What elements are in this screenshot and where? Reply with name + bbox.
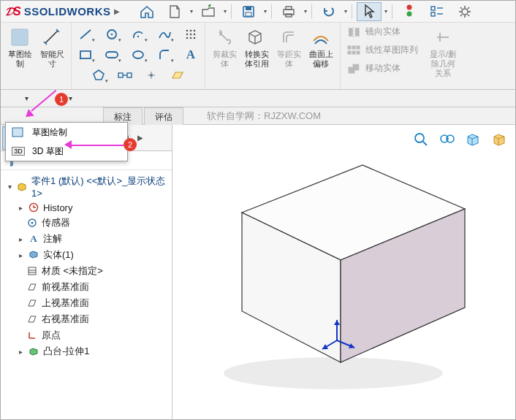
title-bar: 𝓓S SSOLIDWORKS ▶ ▾ ▾ ▾ ▾ ▾ ▾ xyxy=(1,1,515,23)
centerline-tool[interactable] xyxy=(114,66,136,84)
extrude-icon xyxy=(27,345,40,357)
svg-point-36 xyxy=(80,58,81,59)
undo-button[interactable] xyxy=(316,2,341,21)
mirror-label: 镜向实体 xyxy=(365,26,401,38)
polygon-tool[interactable]: ▾ xyxy=(88,66,110,84)
svg-line-17 xyxy=(460,7,462,9)
svg-rect-8 xyxy=(431,7,435,10)
select-tool-button[interactable] xyxy=(357,2,382,21)
svg-point-30 xyxy=(190,34,192,36)
spline-tool[interactable]: ▾ xyxy=(153,26,175,43)
svg-rect-21 xyxy=(12,29,28,45)
svg-point-12 xyxy=(462,9,468,15)
tree-top-plane-label: 上视基准面 xyxy=(42,297,89,310)
tree-material[interactable]: 材质 <未指定> xyxy=(7,263,169,279)
svg-marker-39 xyxy=(94,70,104,80)
open-button[interactable] xyxy=(196,2,221,21)
svg-point-26 xyxy=(186,30,189,32)
mirror-entities-button[interactable]: 镜向实体 xyxy=(346,26,418,38)
tree-origin[interactable]: 原点 xyxy=(7,327,169,343)
options-list-button[interactable] xyxy=(425,2,449,21)
svg-rect-48 xyxy=(352,46,355,49)
tree-annotations[interactable]: ▸ A 注解 xyxy=(7,231,169,247)
linear-pattern-button[interactable]: 线性草图阵列 xyxy=(346,44,418,56)
sketch-primitives-group: ▾ ▾ ▾ ▾ ▾ ▾ ▾ ▾ A ▾ xyxy=(72,23,205,89)
tree-root[interactable]: ▾ 零件1 (默认) <<默认>_显示状态 1> xyxy=(7,173,169,200)
slot-tool[interactable]: ▾ xyxy=(101,46,123,64)
plane-tool[interactable] xyxy=(167,66,189,84)
text-tool[interactable]: A xyxy=(180,46,202,64)
ellipse-tool[interactable]: ▾ xyxy=(127,46,149,64)
new-doc-button[interactable] xyxy=(162,2,187,21)
svg-rect-2 xyxy=(246,12,251,16)
tree-boss-extrude-label: 凸台-拉伸1 xyxy=(43,345,90,358)
tree-history-label: History xyxy=(43,202,72,213)
offset-label: 等距实 体 xyxy=(277,50,301,69)
graphics-area[interactable] xyxy=(172,125,515,419)
point-tool[interactable] xyxy=(140,66,162,84)
sketch-label: 草图绘 制 xyxy=(8,50,32,69)
line-tool[interactable]: ▾ xyxy=(75,26,96,43)
tree-sensors-label: 传感器 xyxy=(42,216,70,229)
plane-icon xyxy=(26,297,39,309)
tree-top-plane[interactable]: 上视基准面 xyxy=(7,295,169,311)
tree-history[interactable]: ▸ History xyxy=(7,200,169,215)
tree-root-label: 零件1 (默认) <<默认>_显示状态 1> xyxy=(31,175,169,199)
tab-evaluate[interactable]: 评估 xyxy=(144,107,183,125)
tree-annotations-label: 注解 xyxy=(43,232,62,245)
move-entities-button[interactable]: 移动实体 xyxy=(346,62,418,75)
smart-dimension-button[interactable]: 智能尺 寸 xyxy=(36,25,68,70)
svg-rect-40 xyxy=(118,73,123,77)
circle-tool[interactable]: ▾ xyxy=(101,26,123,43)
tree-material-label: 材质 <未指定> xyxy=(42,264,103,278)
plane-icon xyxy=(26,281,39,293)
tree-solid-bodies[interactable]: ▸ 实体(1) xyxy=(7,247,169,263)
point-grid-tool[interactable] xyxy=(180,26,202,43)
model-block-svg xyxy=(172,125,516,417)
svg-point-32 xyxy=(186,37,189,39)
svg-line-20 xyxy=(468,7,469,9)
svg-rect-49 xyxy=(357,46,360,49)
svg-point-28 xyxy=(194,30,196,32)
svg-line-19 xyxy=(460,15,462,16)
popup-item-3d-label: 3D 草图 xyxy=(32,145,64,158)
save-button[interactable] xyxy=(236,2,261,21)
rectangle-tool[interactable]: ▾ xyxy=(75,46,96,64)
tree-boss-extrude[interactable]: ▸ 凸台-拉伸1 xyxy=(7,343,169,359)
tree-sensors[interactable]: 传感器 xyxy=(7,215,169,231)
svg-point-31 xyxy=(194,34,196,36)
tree-solid-bodies-label: 实体(1) xyxy=(43,248,74,261)
settings-gear-button[interactable] xyxy=(452,2,477,21)
quick-access-toolbar: ▾ ▾ ▾ ▾ ▾ ▾ xyxy=(134,2,477,21)
convert-label: 转换实 体引用 xyxy=(245,50,269,69)
fillet-tool[interactable]: ▾ xyxy=(153,46,175,64)
svg-rect-54 xyxy=(353,64,359,70)
arc-tool[interactable]: ▾ xyxy=(127,26,149,43)
trim-entities-button[interactable]: 剪裁实 体 xyxy=(208,25,240,70)
home-button[interactable] xyxy=(134,2,159,21)
svg-line-18 xyxy=(468,15,469,16)
offset-on-surface-button[interactable]: 曲面上 偏移 xyxy=(305,25,337,70)
tree-right-plane-label: 右视基准面 xyxy=(42,313,89,326)
tree-front-plane-label: 前视基准面 xyxy=(42,280,89,294)
svg-rect-10 xyxy=(431,12,435,16)
convert-entities-button[interactable]: 转换实 体引用 xyxy=(240,25,273,70)
svg-point-78 xyxy=(224,357,443,389)
annotation-arrowhead-2 xyxy=(64,140,72,149)
svg-rect-35 xyxy=(80,51,91,58)
print-button[interactable] xyxy=(276,2,301,21)
smart-dimension-label: 智能尺 寸 xyxy=(40,50,64,69)
display-relations-button[interactable]: 显示/删 除几何 关系 xyxy=(427,25,459,80)
brand-name: SSOLIDWORKS xyxy=(24,5,111,18)
svg-point-33 xyxy=(190,37,192,39)
rebuild-button[interactable] xyxy=(397,2,422,21)
tree-right-plane[interactable]: 右视基准面 xyxy=(7,311,169,327)
material-icon xyxy=(26,265,39,277)
brand-expand[interactable]: ▶ xyxy=(114,7,120,15)
tree-origin-label: 原点 xyxy=(42,329,61,342)
tree-front-plane[interactable]: 前视基准面 xyxy=(7,279,169,295)
svg-point-29 xyxy=(186,34,189,36)
popup-item-2d-sketch[interactable]: 草图绘制 xyxy=(6,123,127,142)
offset-entities-button[interactable]: 等距实 体 xyxy=(273,25,305,70)
sketch-button[interactable]: 草图绘 制 xyxy=(4,25,36,70)
